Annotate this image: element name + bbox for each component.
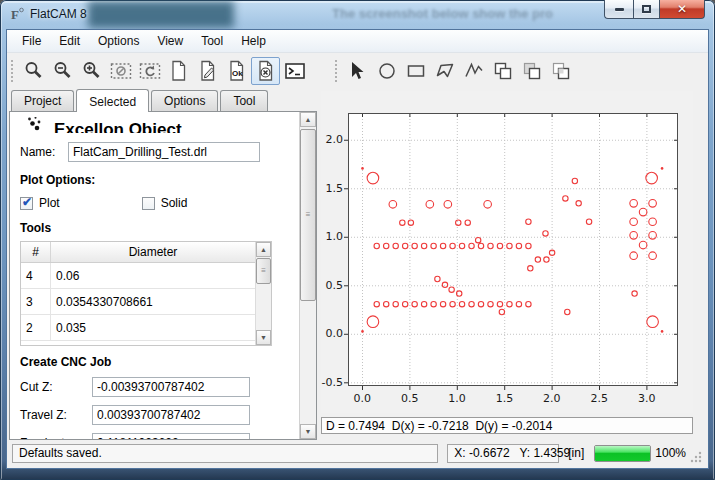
tab-selected[interactable]: Selected [76, 89, 149, 112]
cancel-edit-button[interactable] [251, 57, 280, 85]
tool-row[interactable]: 20.035 [21, 315, 255, 341]
grip-lines-icon: ≡ [261, 269, 266, 273]
table-scroll-track[interactable]: ≡ [256, 257, 271, 330]
zoom-fit-button[interactable] [19, 57, 48, 85]
x-tick-label: 3.0 [638, 392, 656, 405]
tool-row[interactable]: 30.0354330708661 [21, 289, 255, 315]
draw-rectangle-button[interactable] [401, 57, 430, 85]
subtract-button[interactable] [517, 57, 546, 85]
tool-diameter-cell[interactable]: 0.06 [51, 263, 255, 288]
scroll-down-icon[interactable]: ▼ [256, 330, 271, 345]
cutz-label: Cut Z: [20, 380, 92, 394]
tool-diameter-cell[interactable]: 0.035 [51, 315, 255, 340]
update-geometry-button[interactable]: Ok [222, 57, 251, 85]
menu-tool[interactable]: Tool [192, 31, 232, 51]
draw-polygon-button[interactable] [430, 57, 459, 85]
scroll-up-icon[interactable]: ▲ [300, 112, 316, 127]
path-icon [463, 60, 485, 82]
solid-checkbox[interactable]: Solid [142, 196, 188, 210]
close-button[interactable]: ✕ [660, 0, 705, 19]
tab-project[interactable]: Project [11, 90, 74, 111]
solid-checkbox-box[interactable] [142, 197, 155, 210]
plot-axes[interactable] [348, 113, 678, 386]
tool-number-cell[interactable]: 4 [21, 263, 51, 288]
name-input[interactable] [68, 142, 260, 162]
panel-scroll-thumb[interactable]: ≡ [300, 129, 316, 301]
menu-file[interactable]: File [13, 31, 50, 51]
table-scrollbar[interactable]: ▲ ≡ ▼ [255, 242, 271, 345]
window-title: FlatCAM 8 [30, 7, 87, 21]
progress-fill [595, 446, 650, 461]
scroll-down-icon[interactable]: ▼ [300, 424, 316, 439]
tools-table-grid: # Diameter 40.0630.035433070866120.035 [21, 242, 255, 345]
intersect-button[interactable] [546, 57, 575, 85]
zoom-in-button[interactable] [77, 57, 106, 85]
caption-buttons: ✕ [604, 0, 705, 19]
edit-geometry-button[interactable] [193, 57, 222, 85]
union-button[interactable] [488, 57, 517, 85]
resize-grip[interactable] [690, 451, 702, 463]
toolbar-drag-handle[interactable] [335, 60, 339, 82]
magnifier-plus-icon [81, 60, 103, 82]
column-header-diameter[interactable]: Diameter [51, 242, 255, 262]
scroll-up-icon[interactable]: ▲ [256, 242, 271, 257]
plot-checkbox-box[interactable]: ✔ [20, 197, 33, 210]
minimize-button[interactable] [604, 0, 633, 19]
maximize-icon [642, 5, 651, 13]
cutz-row: Cut Z: [20, 377, 291, 397]
travelz-label: Travel Z: [20, 408, 92, 422]
dashed-rect-slash-icon [110, 60, 132, 82]
arrow-cursor-icon [347, 60, 369, 82]
plot-figure[interactable]: 2.01.51.00.50.0-0.50.00.51.01.52.02.53.0 [321, 91, 693, 413]
background-bleed-text: The screenshot below show the pro [332, 6, 632, 21]
status-message: Defaults saved. [12, 444, 438, 463]
name-row: Name: [20, 142, 291, 162]
excellon-drill-icon [26, 117, 44, 133]
tool-number-cell[interactable]: 3 [21, 289, 51, 314]
plot-checkbox[interactable]: ✔ Plot [20, 196, 60, 210]
column-header-number[interactable]: # [21, 242, 51, 262]
toolbar-drag-handle[interactable] [11, 60, 15, 82]
terminal-icon [284, 60, 306, 82]
grip-lines-icon: ≡ [306, 213, 311, 217]
y-tick-label: 2.0 [326, 133, 344, 146]
travelz-input[interactable] [92, 405, 250, 425]
menu-edit[interactable]: Edit [50, 31, 89, 51]
table-scroll-thumb[interactable]: ≡ [256, 258, 271, 284]
tab-options[interactable]: Options [151, 90, 218, 111]
name-label: Name: [20, 145, 68, 159]
y-tick-label: 0.0 [326, 327, 344, 340]
x-tick-label: 0.0 [354, 392, 372, 405]
replot-button[interactable] [135, 57, 164, 85]
tool-diameter-cell[interactable]: 0.0354330708661 [51, 289, 255, 314]
rectangle-icon [405, 60, 427, 82]
titlebar[interactable]: The screenshot below show the pro F Flat… [0, 0, 715, 30]
minimize-icon [615, 8, 624, 11]
tool-row[interactable]: 40.06 [21, 263, 255, 289]
y-tick-label: 0.5 [326, 279, 344, 292]
panel-scrollbar[interactable]: ▲ ≡ ▼ [300, 112, 316, 439]
menu-options[interactable]: Options [89, 31, 148, 51]
panel-scroll-track[interactable]: ≡ [300, 127, 316, 424]
new-blank-geometry-button[interactable] [164, 57, 193, 85]
tools-table-body: 40.0630.035433070866120.035 [21, 263, 255, 341]
cutz-input[interactable] [92, 377, 250, 397]
clear-plot-button[interactable] [106, 57, 135, 85]
draw-path-button[interactable] [459, 57, 488, 85]
tool-number-cell[interactable]: 2 [21, 315, 51, 340]
progress-bar [594, 445, 651, 462]
x-tick-label: 1.5 [496, 392, 514, 405]
menu-help[interactable]: Help [232, 31, 275, 51]
draw-circle-button[interactable] [372, 57, 401, 85]
feedrate-input[interactable] [92, 433, 250, 439]
selected-tab-pane: Excellon Object Name: Plot Options: ✔ Pl… [9, 111, 317, 440]
tab-tool[interactable]: Tool [220, 90, 268, 111]
shell-button[interactable] [280, 57, 309, 85]
polygon-icon [434, 60, 456, 82]
screen: The screenshot below show the pro F Flat… [0, 0, 715, 480]
maximize-button[interactable] [633, 0, 660, 19]
menu-view[interactable]: View [148, 31, 192, 51]
measure-status-box: D = 0.7494 D(x) = -0.7218 D(y) = -0.2014 [321, 417, 693, 434]
select-button[interactable] [343, 57, 372, 85]
zoom-out-button[interactable] [48, 57, 77, 85]
